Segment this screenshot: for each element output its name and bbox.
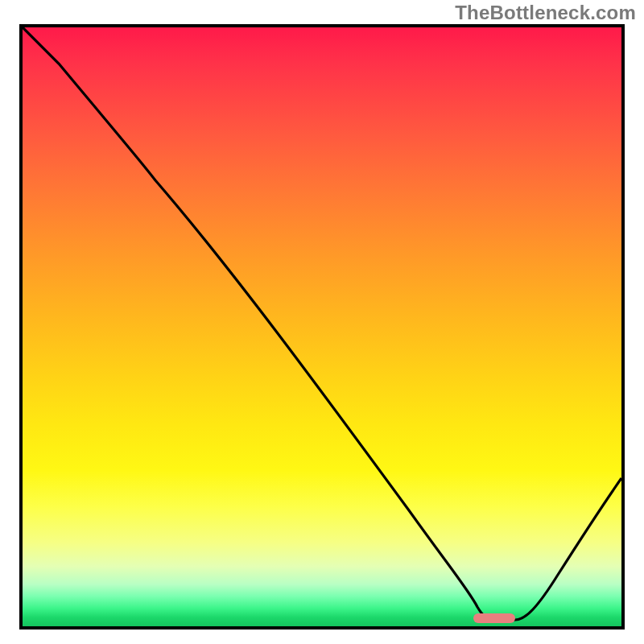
chart-frame: TheBottleneck.com [0,0,644,644]
watermark-text: TheBottleneck.com [455,2,636,24]
curve-path [23,27,621,620]
optimum-marker [473,613,515,623]
plot-area [19,24,625,630]
bottleneck-curve [23,27,621,626]
